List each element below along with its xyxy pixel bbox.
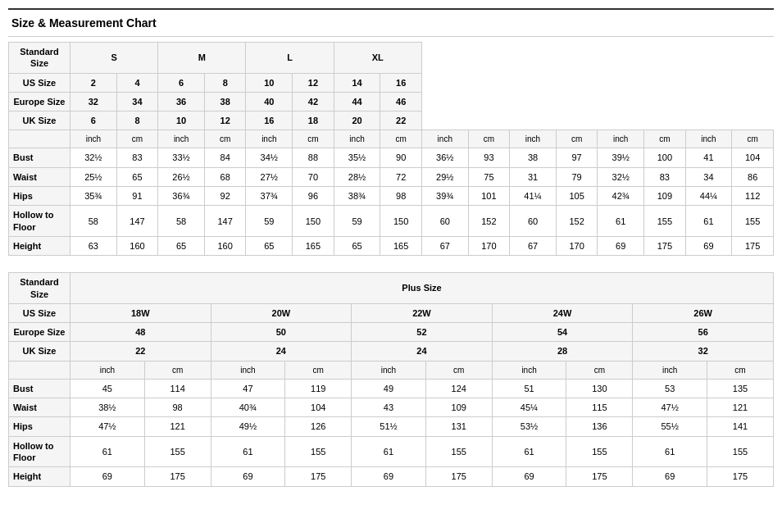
cell-value: 67 <box>510 236 557 255</box>
table-row2: Hollow to Floor6115561155611556115561155 <box>9 436 774 467</box>
table-row: Waist25½6526½6827½7028½7229½75317932½833… <box>9 167 774 186</box>
cell-value: 61 <box>685 206 732 237</box>
us-size-val: 2 <box>70 73 117 92</box>
cell-value: 112 <box>732 187 774 206</box>
cell-value2: 175 <box>144 467 211 486</box>
eu-size-val: 42 <box>293 92 334 111</box>
us-size-val2: 22W <box>352 303 493 322</box>
cell-value: 100 <box>644 148 686 167</box>
cell-value: 93 <box>468 148 510 167</box>
cell-value: 152 <box>468 206 510 237</box>
cell-value: 70 <box>293 167 334 186</box>
unit-header2: cm <box>425 361 492 379</box>
cell-value2: 155 <box>285 436 352 467</box>
cell-value: 58 <box>158 206 205 237</box>
unit-header2: inch <box>70 361 145 379</box>
eu-size-label: Europe Size <box>9 92 70 111</box>
row-label: Bust <box>9 148 70 167</box>
unit-header: cm <box>204 130 246 148</box>
eu-size-val: 46 <box>380 92 422 111</box>
row-label2: Hollow to Floor <box>9 436 70 467</box>
cell-value: 84 <box>204 148 246 167</box>
cell-value: 38¾ <box>334 187 380 206</box>
cell-value2: 43 <box>352 398 426 417</box>
cell-value2: 109 <box>425 398 492 417</box>
eu-size-val2: 50 <box>211 323 352 342</box>
cell-value2: 61 <box>352 436 426 467</box>
cell-value: 150 <box>293 206 334 237</box>
us-size-val: 10 <box>246 73 293 92</box>
cell-value2: 124 <box>425 379 492 398</box>
cell-value: 75 <box>468 167 510 186</box>
us-size-val2: 20W <box>211 303 352 322</box>
uk-size-val2: 32 <box>633 342 774 361</box>
eu-size-val2: 56 <box>633 323 774 342</box>
table-row: Hips35¾9136¾9237¾9638¾9839¾10141¼10542¾1… <box>9 187 774 206</box>
cell-value2: 175 <box>425 467 492 486</box>
cell-value: 152 <box>556 206 598 237</box>
cell-value2: 175 <box>285 467 352 486</box>
standard-size-header: StandardSize <box>9 43 70 74</box>
cell-value: 61 <box>598 206 644 237</box>
cell-value: 160 <box>204 236 246 255</box>
cell-value: 97 <box>556 148 598 167</box>
row-label2: Hips <box>9 417 70 436</box>
empty-unit-cell2 <box>9 361 70 379</box>
cell-value2: 69 <box>633 467 707 486</box>
uk-size-val: 6 <box>70 111 117 130</box>
unit-header: inch <box>421 130 468 148</box>
cell-value: 39¾ <box>421 187 468 206</box>
grp-S: S <box>70 43 158 74</box>
unit-header: inch <box>158 130 205 148</box>
cell-value: 32½ <box>70 148 117 167</box>
cell-value: 29½ <box>421 167 468 186</box>
cell-value2: 155 <box>425 436 492 467</box>
table-row: Height6316065160651656516567170671706917… <box>9 236 774 255</box>
cell-value2: 53 <box>633 379 707 398</box>
us-size-label2: US Size <box>9 303 70 322</box>
unit-header2: inch <box>211 361 285 379</box>
grp-L: L <box>246 43 334 74</box>
cell-value: 32½ <box>598 167 644 186</box>
cell-value: 83 <box>644 167 686 186</box>
cell-value: 147 <box>204 206 246 237</box>
cell-value2: 55½ <box>633 417 707 436</box>
cell-value2: 45 <box>70 379 145 398</box>
unit-header: cm <box>556 130 598 148</box>
cell-value: 72 <box>380 167 422 186</box>
unit-header: inch <box>598 130 644 148</box>
cell-value2: 121 <box>707 398 773 417</box>
unit-header: inch <box>685 130 732 148</box>
cell-value2: 69 <box>352 467 426 486</box>
cell-value2: 126 <box>285 417 352 436</box>
us-size-val: 8 <box>204 73 246 92</box>
cell-value: 68 <box>204 167 246 186</box>
cell-value2: 53½ <box>492 417 566 436</box>
cell-value: 38 <box>510 148 557 167</box>
cell-value: 165 <box>380 236 422 255</box>
cell-value: 35¾ <box>70 187 117 206</box>
cell-value2: 51 <box>492 379 566 398</box>
uk-size-val2: 24 <box>211 342 352 361</box>
cell-value: 59 <box>246 206 293 237</box>
eu-size-val: 44 <box>334 92 380 111</box>
us-size-val: 14 <box>334 73 380 92</box>
cell-value2: 98 <box>144 398 211 417</box>
table-row2: Hips47½12149½12651½13153½13655½141 <box>9 417 774 436</box>
cell-value: 34½ <box>246 148 293 167</box>
uk-size-val: 20 <box>334 111 380 130</box>
cell-value: 98 <box>380 187 422 206</box>
cell-value: 65 <box>116 167 158 186</box>
cell-value: 79 <box>556 167 598 186</box>
cell-value: 60 <box>510 206 557 237</box>
cell-value: 155 <box>644 206 686 237</box>
cell-value: 59 <box>334 206 380 237</box>
eu-size-val2: 54 <box>492 323 633 342</box>
us-size-val: 4 <box>116 73 158 92</box>
cell-value2: 47½ <box>633 398 707 417</box>
cell-value: 155 <box>732 206 774 237</box>
cell-value2: 61 <box>633 436 707 467</box>
row-label2: Height <box>9 467 70 486</box>
table-row2: Height6917569175691756917569175 <box>9 467 774 486</box>
unit-header: cm <box>732 130 774 148</box>
